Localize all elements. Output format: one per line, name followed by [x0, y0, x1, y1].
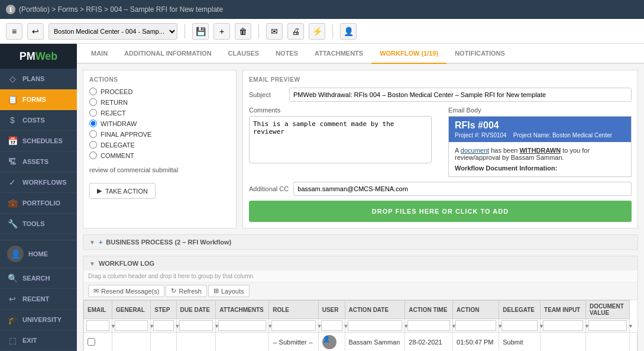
cell-delegate	[541, 333, 586, 352]
radio-withdraw-input[interactable]	[89, 120, 97, 127]
filter-action-time[interactable]	[407, 320, 450, 331]
menu-icon[interactable]: ≡	[6, 23, 22, 40]
radio-final-approve-input[interactable]	[89, 130, 97, 138]
layouts-button[interactable]: ⊞ Layouts	[208, 285, 250, 297]
tab-notes[interactable]: NOTES	[267, 44, 306, 64]
tab-clauses[interactable]: CLAUSES	[220, 44, 268, 64]
breadcrumb: (Portfolio) > Forms > RFIS > 004 – Sampl…	[19, 5, 223, 14]
radio-proceed-input[interactable]	[89, 88, 97, 95]
resend-button[interactable]: ✉ Resend Message(s)	[88, 285, 164, 297]
save-button[interactable]: 💾	[192, 23, 209, 40]
project-select[interactable]: Boston Medical Center - 004 - Samp...	[48, 23, 177, 40]
sidebar-item-search[interactable]: 🔍 SEARCH	[0, 268, 77, 289]
sidebar-item-forms[interactable]: 📋 FORMS	[0, 89, 77, 110]
radio-withdraw-label: WITHDRAW	[101, 120, 137, 127]
sidebar-item-plans[interactable]: ◇ PLANS	[0, 69, 77, 89]
sidebar-item-schedules[interactable]: 📅 SCHEDULES	[0, 131, 77, 152]
email-button[interactable]: ✉	[266, 23, 283, 40]
tab-attachments[interactable]: ATTACHMENTS	[306, 44, 371, 64]
sidebar-item-home[interactable]: 👤 HOME	[0, 240, 77, 268]
project-number-label: Project #:	[455, 132, 480, 139]
radio-delegate-input[interactable]	[89, 141, 97, 149]
cell-document-value	[629, 333, 637, 352]
workflow-table: EMAIL GENERAL STEP DUE DATE ATTACHMENTS …	[83, 300, 637, 351]
radio-delegate[interactable]: DELEGATE	[89, 141, 230, 149]
main-layout: PMWeb ◇ PLANS 📋 FORMS $ COSTS 📅 SCHEDULE…	[0, 44, 644, 351]
filter-user[interactable]	[321, 320, 342, 331]
refresh-button[interactable]: ↻ Refresh	[166, 285, 207, 297]
filter-action-date[interactable]	[348, 320, 403, 331]
table-row: -- Submitter -- 👤 Bassam Samman 28-02-20…	[84, 333, 637, 352]
sidebar-item-costs[interactable]: $ COSTS	[0, 110, 77, 131]
filter-delegate[interactable]	[501, 320, 538, 331]
radio-reject-label: REJECT	[101, 110, 126, 117]
undo-icon[interactable]: ↩	[27, 23, 44, 40]
sidebar: PMWeb ◇ PLANS 📋 FORMS $ COSTS 📅 SCHEDULE…	[0, 44, 77, 351]
tab-additional[interactable]: ADDITIONAL INFORMATION	[116, 44, 219, 64]
tab-main[interactable]: MAIN	[83, 44, 116, 64]
lightning-button[interactable]: ⚡	[309, 23, 325, 40]
plans-icon: ◇	[7, 74, 18, 83]
sidebar-item-university[interactable]: 🎓 UNIVERSITY	[0, 310, 77, 330]
col-spacer	[438, 107, 442, 177]
sidebar-item-recent[interactable]: ↩ RECENT	[0, 289, 77, 310]
filter-team-input[interactable]	[543, 320, 583, 331]
add-button[interactable]: +	[213, 23, 230, 40]
separator-1	[185, 24, 185, 38]
top-bar: ℹ (Portfolio) > Forms > RFIS > 004 – Sam…	[0, 0, 644, 19]
cell-user: Bassam Samman	[345, 333, 405, 352]
radio-final-approve[interactable]: FINAL APPROVE	[89, 130, 230, 138]
filter-due-date[interactable]	[179, 320, 213, 331]
take-action-button[interactable]: ▶ TAKE ACTION	[89, 183, 156, 199]
sidebar-item-exit[interactable]: ⬚ EXIT	[0, 330, 77, 351]
tools-label: TOOLS	[22, 220, 45, 227]
radio-proceed[interactable]: PROCEED	[89, 88, 230, 95]
document-link[interactable]: document	[461, 147, 489, 154]
filter-role[interactable]	[271, 320, 315, 331]
workflow-log-header[interactable]: ▼ WORKFLOW LOG	[83, 256, 637, 271]
business-process-section: ▼ + BUSINESS PROCESS (2 – RFI Workflow)	[83, 234, 638, 250]
filter-general[interactable]	[115, 320, 148, 331]
filter-email[interactable]	[86, 320, 109, 331]
sidebar-item-workflows[interactable]: ✓ WORKFLOWS	[0, 172, 77, 193]
radio-return-input[interactable]	[89, 98, 97, 106]
col-email: EMAIL	[84, 301, 112, 319]
tools-icon: 🔧	[7, 219, 18, 228]
business-process-header[interactable]: ▼ + BUSINESS PROCESS (2 – RFI Workflow)	[83, 235, 637, 249]
radio-return-label: RETURN	[101, 99, 128, 106]
tab-workflow[interactable]: WORKFLOW (1/19)	[371, 44, 446, 64]
radio-comment[interactable]: COMMENT	[89, 152, 230, 159]
user-button[interactable]: 👤	[340, 23, 357, 40]
radio-return[interactable]: RETURN	[89, 98, 230, 106]
email-checkbox[interactable]	[88, 338, 95, 346]
sidebar-item-assets[interactable]: 🏗 ASSETS	[0, 152, 77, 172]
sidebar-item-portfolio[interactable]: 💼 PORTFOLIO	[0, 193, 77, 214]
info-icon[interactable]: ℹ	[6, 5, 15, 14]
radio-comment-input[interactable]	[89, 152, 97, 159]
comments-textarea[interactable]: This is a sample comment made by the rev…	[249, 116, 432, 163]
radio-withdraw[interactable]: WITHDRAW	[89, 120, 230, 127]
filter-step[interactable]	[153, 320, 173, 331]
radio-reject[interactable]: REJECT	[89, 109, 230, 117]
filter-attachments[interactable]	[218, 320, 266, 331]
separator-3	[332, 24, 333, 38]
delete-button[interactable]: 🗑	[235, 23, 251, 40]
top-row: ACTIONS PROCEED RETURN REJECT	[83, 70, 638, 228]
cell-attachments	[216, 333, 269, 352]
tab-notifications[interactable]: NOTIFICATIONS	[446, 44, 513, 64]
subject-input[interactable]	[289, 88, 632, 102]
drop-zone[interactable]: DROP FILES HERE OR CLICK TO ADD	[249, 201, 632, 222]
cc-input[interactable]	[293, 182, 632, 196]
sidebar-item-tools[interactable]: 🔧 TOOLS	[0, 214, 77, 234]
filter-document-value[interactable]	[588, 320, 627, 331]
print-button[interactable]: 🖨	[287, 23, 304, 40]
filter-action[interactable]	[455, 320, 496, 331]
radio-reject-input[interactable]	[89, 109, 97, 117]
radio-final-approve-label: FINAL APPROVE	[101, 131, 151, 138]
assets-icon: 🏗	[7, 157, 18, 166]
university-label: UNIVERSITY	[22, 316, 62, 323]
email-preview-panel: EMAIL PREVIEW Subject Comments This is a…	[242, 70, 638, 228]
sidebar-bottom: 👤 HOME 🔍 SEARCH ↩ RECENT 🎓 UNIVERSITY ⬚ …	[0, 240, 77, 351]
col-action-date: ACTION DATE	[345, 301, 405, 319]
bp-arrow-icon: ▼	[89, 239, 95, 246]
